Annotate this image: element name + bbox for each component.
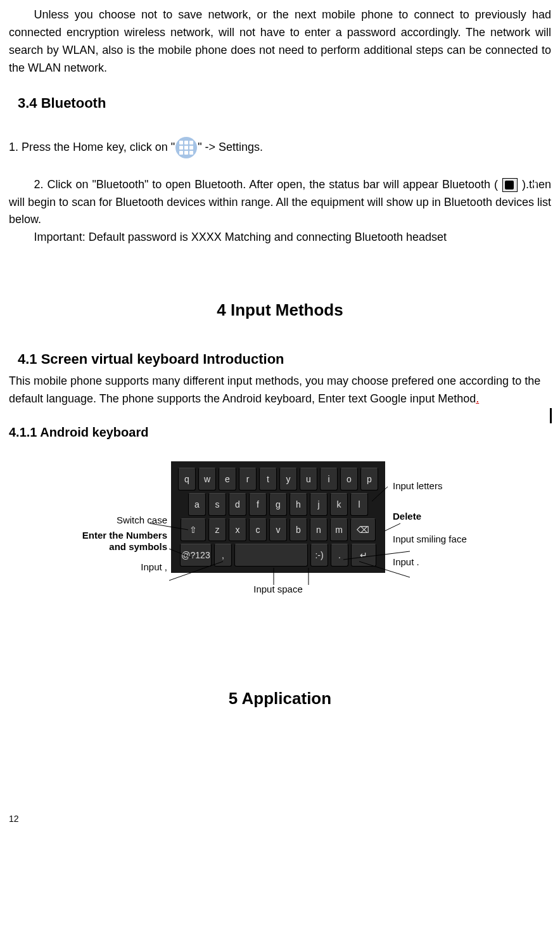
keyboard-key bbox=[234, 544, 308, 567]
page-number: 12 bbox=[9, 812, 551, 826]
keyboard-key: l bbox=[350, 493, 368, 516]
keyboard-key: ⇧ bbox=[181, 518, 206, 541]
keyboard-key: ↵ bbox=[351, 544, 376, 567]
keyboard-key: n bbox=[310, 518, 328, 541]
keyboard-key: p bbox=[360, 468, 378, 490]
bluetooth-important-note: Important: Default password is XXXX Matc… bbox=[9, 229, 551, 247]
keyboard-key: t bbox=[259, 468, 277, 490]
text-fragment: 2. Click on "Bluetooth" to open Bluetoot… bbox=[34, 178, 502, 191]
keyboard-key: q bbox=[178, 468, 196, 490]
label-input-letters: Input letters bbox=[393, 480, 486, 492]
android-keyboard: qwertyuiop asdfghjkl ⇧zxcvbnm⌫ @?123,:-)… bbox=[171, 461, 385, 573]
keyboard-key: b bbox=[290, 518, 307, 541]
paragraph-wlan-note: Unless you choose not to save network, o… bbox=[9, 6, 551, 77]
keyboard-key: h bbox=[290, 493, 307, 516]
label-delete: Delete bbox=[393, 511, 486, 522]
keyboard-key: a bbox=[188, 493, 206, 516]
keyboard-key: r bbox=[239, 468, 257, 490]
label-switch-case: Switch case bbox=[74, 515, 167, 526]
bluetooth-step-2: 2. Click on "Bluetooth" to open Bluetoot… bbox=[9, 176, 551, 229]
keyboard-key: f bbox=[249, 493, 267, 516]
label-input-space: Input space bbox=[167, 582, 389, 596]
text-fragment: 1. Press the Home key, click on " bbox=[9, 140, 175, 153]
label-input-smiling-face: Input smiling face bbox=[393, 534, 486, 545]
bluetooth-step-1: 1. Press the Home key, click on "" -> Se… bbox=[9, 137, 551, 158]
keyboard-key: ⌫ bbox=[350, 518, 376, 541]
label-enter-numbers-symbols: Enter the Numbers and symbols bbox=[74, 530, 167, 553]
keyboard-key: m bbox=[330, 518, 348, 541]
heading-4-1-virtual-keyboard: 4.1 Screen virtual keyboard Introduction bbox=[18, 349, 551, 370]
keyboard-key: i bbox=[320, 468, 338, 490]
keyboard-key: d bbox=[229, 493, 246, 516]
keyboard-key: . bbox=[331, 544, 348, 567]
text-fragment: " -> Settings. bbox=[198, 140, 263, 153]
keyboard-key: s bbox=[208, 493, 226, 516]
keyboard-key: e bbox=[219, 468, 236, 490]
heading-4-1-1-android-keyboard: 4.1.1 Android keyboard bbox=[9, 423, 551, 442]
label-input-comma: Input , bbox=[74, 561, 167, 573]
keyboard-key: u bbox=[300, 468, 317, 490]
keyboard-key: g bbox=[269, 493, 287, 516]
keyboard-key: y bbox=[279, 468, 297, 490]
keyboard-figure: Switch case Enter the Numbers and symbol… bbox=[74, 461, 486, 596]
heading-4-input-methods: 4 Input Methods bbox=[9, 297, 551, 323]
keyboard-key: :-) bbox=[310, 544, 328, 567]
text-fragment: This mobile phone supports many differen… bbox=[9, 375, 540, 405]
keyboard-key: j bbox=[310, 493, 328, 516]
keyboard-key: x bbox=[229, 518, 246, 541]
revision-mark-icon bbox=[550, 408, 552, 423]
keyboard-key: k bbox=[330, 493, 348, 516]
bluetooth-status-icon bbox=[502, 178, 518, 192]
keyboard-key: , bbox=[214, 544, 232, 567]
keyboard-key: o bbox=[340, 468, 358, 490]
text-period-red: . bbox=[476, 392, 479, 405]
apps-grid-icon bbox=[175, 137, 197, 158]
paragraph-4-1-body: This mobile phone supports many differen… bbox=[9, 373, 551, 408]
keyboard-key: z bbox=[208, 518, 226, 541]
heading-5-application: 5 Application bbox=[9, 686, 551, 711]
keyboard-key: v bbox=[269, 518, 287, 541]
heading-3-4-bluetooth: 3.4 Bluetooth bbox=[18, 93, 551, 114]
keyboard-key: c bbox=[249, 518, 267, 541]
keyboard-key: @?123 bbox=[180, 544, 212, 567]
keyboard-key: w bbox=[198, 468, 216, 490]
label-input-dot: Input . bbox=[393, 556, 486, 568]
